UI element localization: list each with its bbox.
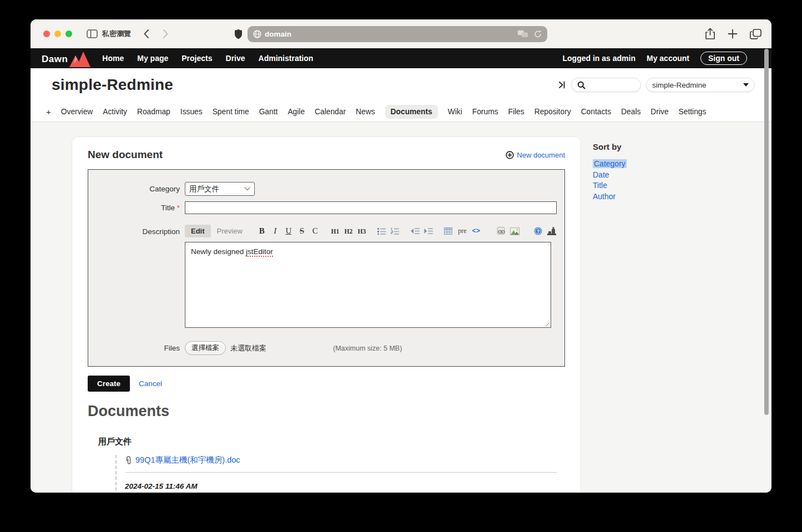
code-style-button[interactable]: C [309, 226, 322, 236]
forward-button[interactable] [163, 29, 169, 39]
create-button[interactable]: Create [88, 376, 130, 392]
unordered-list-icon[interactable] [375, 227, 389, 235]
macro-icon[interactable] [545, 227, 558, 235]
outdent-icon[interactable] [408, 227, 422, 235]
nav-item-projects[interactable]: Projects [181, 54, 212, 63]
content-area: New document New document Category 用戶文件 … [31, 122, 771, 493]
italic-button[interactable]: I [269, 226, 282, 236]
nav-item-drive[interactable]: Drive [226, 54, 245, 63]
required-asterisk: * [177, 204, 180, 212]
search-icon [577, 81, 586, 89]
cancel-link[interactable]: Cancel [139, 379, 162, 388]
ordered-list-icon[interactable] [389, 227, 402, 235]
sort-link-category[interactable]: Category [593, 159, 754, 170]
mountain-logo-icon [68, 49, 93, 67]
tab-repository[interactable]: Repository [534, 108, 571, 116]
document-date: 2024-02-15 11:46 AM [125, 482, 565, 490]
nav-item-my-page[interactable]: My page [137, 54, 168, 63]
new-document-link-label: New document [517, 151, 565, 159]
strikethrough-button[interactable]: S [295, 226, 309, 236]
heading3-button[interactable]: H3 [355, 228, 369, 235]
help-icon[interactable]: ? [532, 227, 545, 235]
privacy-shield-icon[interactable] [234, 29, 243, 39]
category-select[interactable]: 用戶文件 [185, 182, 255, 196]
tab-agile[interactable]: Agile [287, 108, 305, 116]
tab-roadmap[interactable]: Roadmap [137, 108, 170, 116]
link-icon[interactable] [495, 227, 508, 235]
tab-forums[interactable]: Forums [472, 108, 498, 116]
tab-overview[interactable]: Overview [61, 108, 93, 116]
tab-activity[interactable]: Activity [103, 108, 127, 116]
table-icon[interactable] [442, 227, 455, 235]
browser-window: 私密瀏覽 domain Dawn [31, 19, 771, 493]
category-select-value: 用戶文件 [189, 184, 219, 194]
inline-code-button[interactable]: <> [470, 227, 483, 235]
choose-file-button[interactable]: 選擇檔案 [185, 341, 226, 355]
title-label: Title * [96, 204, 185, 212]
nav-item-administration[interactable]: Administration [259, 54, 314, 63]
editor-edit-tab[interactable]: Edit [185, 225, 211, 237]
tab-wiki[interactable]: Wiki [448, 108, 462, 116]
address-bar[interactable]: domain [248, 26, 547, 42]
app-top-nav: Dawn Home My page Projects Drive Adminis… [31, 48, 771, 68]
add-tab-button[interactable]: + [46, 107, 51, 116]
minimize-window-button[interactable] [54, 31, 61, 37]
sign-out-button[interactable]: Sign out [700, 52, 747, 65]
page-header: simple-Redmine simple-Redmine [31, 68, 771, 102]
indent-icon[interactable] [422, 227, 435, 235]
preformatted-button[interactable]: pre [455, 227, 470, 235]
new-document-form: Category 用戶文件 Title * Description Edit [88, 169, 565, 367]
main-card: New document New document Category 用戶文件 … [72, 137, 581, 493]
sidebar-toggle-icon[interactable] [87, 29, 98, 38]
close-window-button[interactable] [43, 31, 50, 37]
tab-documents[interactable]: Documents [385, 105, 438, 119]
textarea-resize-handle[interactable] [543, 320, 549, 326]
image-icon[interactable] [508, 227, 522, 235]
tab-deals[interactable]: Deals [621, 108, 640, 116]
reload-icon[interactable] [534, 30, 542, 38]
tab-settings[interactable]: Settings [679, 108, 707, 116]
tab-overview-icon[interactable] [750, 29, 761, 39]
zoom-window-button[interactable] [65, 31, 72, 37]
sort-link-date[interactable]: Date [593, 170, 754, 181]
title-input[interactable] [185, 201, 557, 214]
documents-list: 99Q1專屬主機(和宇機房).doc 2024-02-15 11:46 AM 此… [115, 455, 565, 493]
sort-sidebar: Sort by Category Date Title Author [593, 142, 754, 202]
tab-contacts[interactable]: Contacts [581, 108, 611, 116]
dawn-logo[interactable]: Dawn [42, 49, 93, 67]
new-document-heading: New document [88, 149, 163, 161]
back-button[interactable] [143, 29, 149, 39]
underline-button[interactable]: U [282, 226, 295, 236]
description-textarea[interactable]: Newly designed jstEditor [185, 242, 551, 328]
translate-icon[interactable] [517, 30, 528, 38]
project-jump-select[interactable]: simple-Redmine [646, 78, 755, 92]
sort-link-author[interactable]: Author [593, 191, 754, 202]
tab-issues[interactable]: Issues [180, 108, 203, 116]
editor-preview-tab[interactable]: Preview [211, 225, 249, 237]
description-label: Description [96, 224, 185, 236]
sort-by-heading: Sort by [593, 142, 754, 151]
new-document-link[interactable]: New document [506, 151, 565, 159]
nav-item-home[interactable]: Home [102, 54, 124, 63]
search-input[interactable] [571, 78, 641, 92]
tab-files[interactable]: Files [508, 108, 524, 116]
collapse-sidebar-icon[interactable] [557, 80, 566, 89]
paperclip-icon [125, 456, 132, 465]
my-account-link[interactable]: My account [647, 54, 689, 63]
sort-link-title[interactable]: Title [593, 180, 754, 191]
heading1-button[interactable]: H1 [329, 228, 342, 235]
logged-in-status: Logged in as admin [563, 54, 635, 63]
vertical-scrollbar[interactable] [764, 49, 769, 415]
tab-drive[interactable]: Drive [650, 108, 668, 116]
heading2-button[interactable]: H2 [342, 228, 355, 235]
share-icon[interactable] [705, 28, 715, 40]
tab-spent-time[interactable]: Spent time [213, 108, 249, 116]
tab-calendar[interactable]: Calendar [315, 108, 346, 116]
document-link[interactable]: 99Q1專屬主機(和宇機房).doc [135, 455, 240, 465]
tab-gantt[interactable]: Gantt [259, 108, 278, 116]
site-title: simple-Redmine [52, 76, 173, 94]
bold-button[interactable]: B [255, 226, 269, 236]
description-text: Newly designed [191, 247, 246, 256]
tab-news[interactable]: News [356, 108, 375, 116]
new-tab-icon[interactable] [728, 29, 738, 39]
